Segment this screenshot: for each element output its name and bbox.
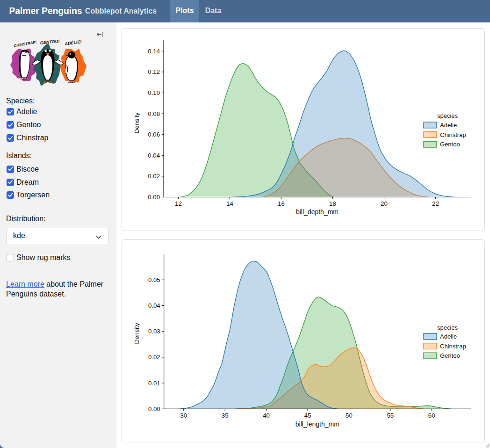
svg-text:0.14: 0.14 (148, 48, 160, 55)
svg-text:14: 14 (226, 200, 233, 207)
svg-text:0.02: 0.02 (148, 173, 160, 180)
svg-text:45: 45 (304, 412, 311, 419)
svg-text:Gentoo: Gentoo (440, 352, 460, 359)
svg-text:0.04: 0.04 (148, 152, 160, 159)
svg-text:bill_length_mm: bill_length_mm (295, 420, 339, 428)
svg-text:Chinstrap: Chinstrap (440, 342, 466, 349)
svg-text:0.02: 0.02 (148, 354, 160, 361)
svg-text:0.01: 0.01 (148, 379, 160, 386)
svg-text:Density: Density (133, 323, 140, 344)
svg-text:Gentoo: Gentoo (440, 141, 460, 148)
svg-text:22: 22 (432, 200, 439, 207)
svg-text:bill_depth_mm: bill_depth_mm (296, 208, 339, 216)
svg-text:30: 30 (180, 412, 187, 419)
svg-text:Adelie: Adelie (440, 333, 457, 340)
svg-text:50: 50 (346, 412, 353, 419)
svg-text:CHINSTRAP!: CHINSTRAP! (14, 40, 37, 48)
svg-text:35: 35 (222, 412, 229, 419)
svg-text:Adelie: Adelie (440, 122, 457, 129)
svg-text:40: 40 (263, 412, 270, 419)
svg-text:0.06: 0.06 (148, 131, 160, 138)
svg-text:55: 55 (387, 412, 394, 419)
svg-text:0.05: 0.05 (148, 276, 160, 283)
svg-text:species: species (437, 112, 458, 119)
svg-text:GENTOO!: GENTOO! (40, 39, 60, 45)
svg-text:0.10: 0.10 (148, 89, 160, 96)
svg-text:ADÉLIE!: ADÉLIE! (64, 39, 82, 46)
svg-text:20: 20 (381, 200, 388, 207)
svg-text:16: 16 (278, 200, 285, 207)
svg-text:species: species (437, 324, 458, 331)
svg-text:0.00: 0.00 (148, 405, 160, 412)
svg-text:60: 60 (428, 412, 435, 419)
svg-text:0.00: 0.00 (148, 194, 160, 201)
svg-text:0.04: 0.04 (148, 302, 160, 309)
svg-text:Density: Density (133, 112, 140, 133)
svg-text:0.03: 0.03 (148, 328, 160, 335)
svg-text:Chinstrap: Chinstrap (440, 131, 466, 138)
svg-text:18: 18 (329, 200, 336, 207)
svg-text:0.12: 0.12 (148, 68, 160, 75)
svg-text:0.08: 0.08 (148, 110, 160, 117)
svg-text:12: 12 (175, 200, 182, 207)
